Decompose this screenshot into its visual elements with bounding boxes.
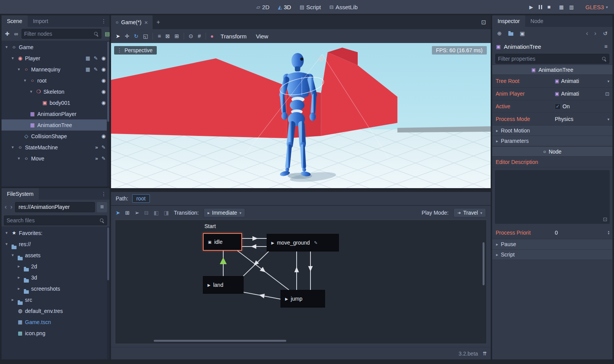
transform-menu[interactable]: Transform: [218, 33, 249, 40]
play-scene-icon[interactable]: [559, 4, 564, 10]
unlock-node-icon[interactable]: [174, 33, 179, 39]
tree-root-value[interactable]: Animati: [555, 78, 612, 84]
sm-create-node-icon[interactable]: [125, 210, 130, 216]
active-value[interactable]: On: [555, 103, 612, 109]
add-node-icon[interactable]: [4, 30, 11, 38]
new-scene-tab-button[interactable]: +: [153, 15, 164, 29]
state-node-jump[interactable]: jump: [280, 290, 325, 308]
history-icon[interactable]: [602, 30, 609, 37]
play-state-icon[interactable]: [285, 297, 288, 301]
expand-arrow-icon[interactable]: [28, 89, 34, 94]
close-icon[interactable]: [144, 19, 148, 25]
expand-arrow-icon[interactable]: [10, 56, 15, 61]
path-root-chip[interactable]: root: [132, 194, 150, 203]
dock-menu-icon[interactable]: [98, 18, 110, 24]
tab-filesystem[interactable]: FileSystem: [2, 188, 39, 200]
scene-tree-item[interactable]: ○ Game: [2, 41, 110, 53]
rotate-tool-icon[interactable]: [134, 33, 138, 39]
scene-tree-item[interactable]: ▣ body001 ◉: [2, 97, 110, 108]
history-back-icon[interactable]: ‹: [585, 30, 589, 37]
scene-tree-item[interactable]: ◇ CollisionShape ◉: [2, 131, 110, 142]
expand-arrow-icon[interactable]: [16, 264, 22, 269]
workspace-button[interactable]: Script: [296, 3, 325, 12]
eye-icon[interactable]: ◉: [101, 78, 106, 83]
script-icon[interactable]: ✎: [94, 55, 98, 61]
lock-node-icon[interactable]: [166, 33, 170, 39]
process-priority-value[interactable]: 0 ▴▾: [555, 230, 612, 236]
eye-icon[interactable]: ◉: [101, 100, 106, 106]
tab-node[interactable]: Node: [525, 15, 549, 27]
process-mode-value[interactable]: Physics: [555, 116, 612, 122]
toggle-split-mode-icon[interactable]: [97, 202, 107, 212]
script-icon[interactable]: ✎: [101, 156, 106, 161]
load-resource-icon[interactable]: [508, 31, 514, 36]
eye-icon[interactable]: ◉: [101, 66, 106, 72]
filesystem-item[interactable]: ★ Favorites:: [2, 227, 110, 238]
state-node-land[interactable]: land: [203, 276, 244, 294]
section-animationtree[interactable]: AnimationTree: [492, 65, 612, 75]
script-icon[interactable]: ✎: [94, 66, 98, 72]
sun-environment-icon[interactable]: [211, 33, 214, 39]
filesystem-item[interactable]: res://: [2, 238, 110, 250]
forward-icon[interactable]: ›: [10, 203, 13, 211]
spinner-icons[interactable]: ▴▾: [608, 230, 609, 235]
filesystem-item[interactable]: ◍ default_env.tres: [2, 305, 110, 316]
filesystem-item[interactable]: screenshots: [2, 283, 110, 294]
edit-state-icon[interactable]: [314, 240, 317, 245]
eye-icon[interactable]: ◉: [101, 55, 106, 61]
splitter[interactable]: [111, 188, 491, 192]
play-button-icon[interactable]: [529, 4, 533, 10]
state-node-idle[interactable]: idle: [203, 233, 242, 251]
expand-arrow-icon[interactable]: [16, 156, 22, 161]
filesystem-item[interactable]: ▩ icon.png: [2, 328, 110, 339]
editor-description-input[interactable]: [495, 170, 610, 224]
tab-scene[interactable]: Scene: [2, 15, 28, 27]
expand-editor-icon[interactable]: [603, 216, 607, 222]
group-root-motion[interactable]: Root Motion: [492, 126, 612, 136]
view-menu[interactable]: View: [254, 33, 270, 40]
object-tools-icon[interactable]: [603, 43, 609, 50]
filesystem-item[interactable]: src: [2, 294, 110, 305]
expand-arrow-icon[interactable]: [16, 286, 22, 291]
group-node-icon[interactable]: [189, 33, 193, 39]
scene-tree-scrollbar[interactable]: [107, 41, 110, 187]
tab-import[interactable]: Import: [28, 15, 54, 27]
signal-icon[interactable]: »: [95, 144, 98, 150]
scene-icon[interactable]: ▦: [85, 55, 90, 61]
list-select-icon[interactable]: [158, 33, 161, 39]
distraction-free-icon[interactable]: [476, 15, 491, 29]
perspective-button[interactable]: Perspective: [114, 46, 157, 55]
expand-arrow-icon[interactable]: [4, 242, 9, 247]
expand-arrow-icon[interactable]: [22, 78, 28, 83]
scene-tree-item[interactable]: ❍ Skeleton ◉: [2, 86, 110, 97]
scene-tree-item[interactable]: ○ Mannequiny ▦✎◉: [2, 64, 110, 75]
3d-viewport[interactable]: Perspective FPS: 60 (16.67 ms): [111, 43, 491, 188]
scene-tree-item[interactable]: ○ StateMachine »✎: [2, 142, 110, 153]
sm-select-tool-icon[interactable]: [116, 210, 120, 216]
scene-tree-item[interactable]: ▦ AnimationPlayer: [2, 108, 110, 119]
workspace-button[interactable]: 2D: [253, 3, 273, 12]
filesystem-item[interactable]: 2d: [2, 261, 110, 272]
graph-hscrollbar[interactable]: [154, 340, 286, 342]
new-resource-icon[interactable]: [496, 30, 503, 37]
move-tool-icon[interactable]: [125, 33, 129, 39]
filesystem-item[interactable]: 3d: [2, 272, 110, 283]
renderer-select[interactable]: GLES3: [586, 4, 608, 10]
attach-script-icon[interactable]: [104, 30, 111, 38]
sm-delete-icon[interactable]: [144, 210, 149, 216]
scale-tool-icon[interactable]: [143, 33, 148, 39]
scene-tree-item[interactable]: ○ root ◉: [2, 75, 110, 86]
expand-arrow-icon[interactable]: [10, 145, 15, 150]
dock-menu-icon[interactable]: [98, 191, 110, 197]
tab-game-scene[interactable]: Game(*): [111, 15, 153, 29]
section-node[interactable]: Node: [492, 146, 612, 157]
filesystem-item[interactable]: assets: [2, 250, 110, 261]
sm-set-start-node-icon[interactable]: [154, 210, 159, 216]
filesystem-scrollbar[interactable]: [107, 227, 110, 359]
scene-tree-item[interactable]: ▦ AnimationTree: [2, 119, 110, 131]
play-state-icon[interactable]: [271, 241, 274, 245]
expand-arrow-icon[interactable]: [10, 297, 15, 302]
sm-connect-nodes-icon[interactable]: [134, 210, 139, 216]
filesystem-item[interactable]: ▦ Game.tscn: [2, 316, 110, 328]
eye-icon[interactable]: ◉: [101, 133, 106, 139]
